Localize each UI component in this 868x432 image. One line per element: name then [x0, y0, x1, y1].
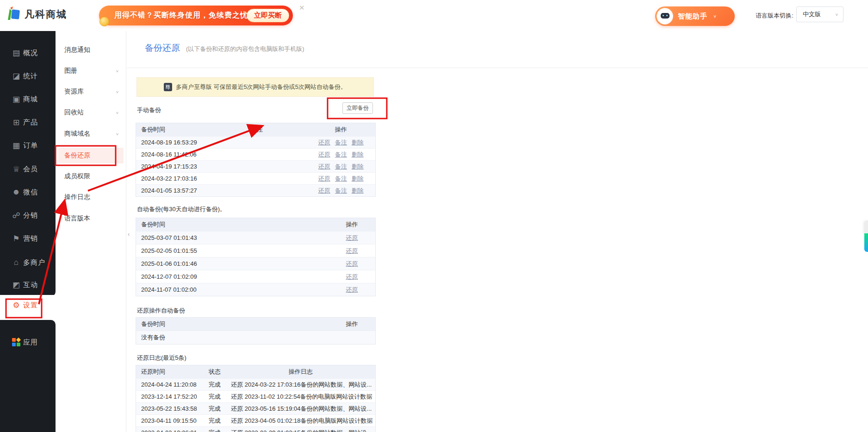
- language-select[interactable]: 中文版 ∨: [796, 6, 843, 22]
- backup-time-cell: 2025-02-05 01:01:55: [136, 244, 329, 257]
- buyout-now-button[interactable]: 立即买断: [247, 9, 289, 22]
- actions-cell: 还原备注删除: [307, 149, 375, 160]
- submenu-item-logs[interactable]: 操作日志: [58, 189, 124, 205]
- submenu-item-language[interactable]: 语言版本: [58, 211, 124, 226]
- submenu-item-resources[interactable]: 资源库∨: [58, 84, 124, 100]
- sidebar-item-settings[interactable]: ⚙设置: [0, 295, 56, 315]
- action-link[interactable]: 还原: [346, 273, 358, 281]
- column-header: 备份时间: [136, 318, 329, 331]
- submenu-item-albums[interactable]: 图册∨: [58, 63, 124, 79]
- action-link[interactable]: 还原: [346, 286, 358, 294]
- log-cell: 还原 2023-05-16 15:19:04备份的网站数据、网站设...: [226, 403, 375, 414]
- backup-time-cell: 2024-08-19 16:53:29: [136, 137, 207, 148]
- close-icon[interactable]: ✕: [299, 4, 305, 12]
- column-header: 操作: [307, 123, 375, 136]
- action-link[interactable]: 还原: [318, 138, 330, 147]
- actions-cell: 还原备注删除: [307, 161, 375, 172]
- collapse-icon[interactable]: ‹: [128, 231, 130, 238]
- submenu-item-label: 商城域名: [64, 130, 90, 138]
- sidebar-item-label: 应用: [23, 338, 38, 347]
- status-cell: 完成: [203, 379, 226, 390]
- table-row: 2023-04-03 10:06:01完成还原 2023-03-29 01:02…: [136, 426, 375, 432]
- restore-op-backup-table: 备份时间操作没有备份: [136, 317, 376, 344]
- action-link[interactable]: 备注: [335, 175, 347, 183]
- table-row: 2024-04-19 17:15:23还原备注删除: [136, 160, 375, 172]
- column-header: 备份时间: [136, 123, 207, 136]
- action-link[interactable]: 还原: [318, 150, 330, 159]
- action-link[interactable]: 备注: [335, 150, 347, 159]
- member-icon: ♕: [9, 164, 23, 174]
- action-link[interactable]: 删除: [352, 187, 364, 195]
- sidebar-item-distribution[interactable]: ☍分销: [0, 207, 56, 223]
- sidebar-item-multimerchant[interactable]: ⌂多商户: [0, 255, 56, 270]
- action-link[interactable]: 删除: [352, 138, 364, 147]
- chevron-down-icon: ∨: [835, 13, 838, 17]
- log-cell: 还原 2023-03-29 01:02:15备份的网站数据、网站设...: [226, 427, 375, 432]
- page-subtitle: (以下备份和还原的内容包含电脑版和手机版): [186, 45, 304, 53]
- action-link[interactable]: 还原: [318, 175, 330, 183]
- feedback-side-widget[interactable]: [864, 233, 868, 252]
- sidebar-item-label: 产品: [23, 118, 38, 127]
- premium-badge-icon: 尊: [164, 83, 172, 91]
- submenu-item-notifications[interactable]: 消息通知: [58, 42, 124, 58]
- action-link[interactable]: 删除: [352, 150, 364, 159]
- sidebar-item-mall[interactable]: ▣商城: [0, 91, 56, 107]
- action-link[interactable]: 备注: [335, 187, 347, 195]
- log-cell: 还原 2024-03-22 17:03:16备份的网站数据、网站设...: [226, 379, 375, 390]
- actions-cell: 还原: [329, 270, 375, 283]
- sidebar-item-label: 多商户: [23, 258, 45, 267]
- sidebar-item-interaction[interactable]: ◩互动: [0, 277, 56, 293]
- chevron-down-icon: ∨: [116, 132, 119, 136]
- backup-time-cell: 2024-04-19 17:15:23: [136, 161, 207, 172]
- sidebar-item-order[interactable]: ▦订单: [0, 138, 56, 153]
- chevron-down-icon: ∨: [713, 14, 717, 19]
- empty-cell: 没有备份: [136, 331, 375, 344]
- chevron-down-icon: ∨: [116, 69, 119, 73]
- robot-avatar: [657, 8, 673, 25]
- sidebar-item-label: 微信: [23, 188, 38, 197]
- submenu-item-label: 操作日志: [64, 193, 90, 201]
- assistant-label: 智能助手: [678, 12, 707, 21]
- submenu-item-label: 语言版本: [64, 214, 90, 223]
- sidebar-item-apps[interactable]: 应用: [0, 334, 56, 350]
- backup-now-button[interactable]: 立即备份: [342, 102, 373, 114]
- note-cell: [207, 185, 306, 196]
- action-link[interactable]: 删除: [352, 163, 364, 171]
- chevron-down-icon: ∨: [116, 90, 119, 94]
- action-link[interactable]: 还原: [346, 260, 358, 268]
- action-link[interactable]: 还原: [318, 187, 330, 195]
- restore-log-header-row: 还原时间状态操作日志: [136, 365, 375, 378]
- promo-banner[interactable]: 用得不错？买断终身使用，免续费之忧！ 立即买断: [99, 6, 293, 25]
- sidebar-item-wechat[interactable]: ☻微信: [0, 184, 56, 200]
- action-link[interactable]: 备注: [335, 163, 347, 171]
- language-select-value: 中文版: [803, 10, 821, 19]
- submenu-item-label: 图册: [64, 67, 77, 75]
- sidebar-item-stats[interactable]: ◪统计: [0, 68, 56, 84]
- submenu-item-recycle[interactable]: 回收站∨: [58, 105, 124, 120]
- table-row: 2023-05-22 15:43:58完成还原 2023-05-16 15:19…: [136, 402, 375, 414]
- submenu-item-permissions[interactable]: 成员权限: [58, 169, 124, 184]
- auto-backup-label: 自动备份(每30天自动进行备份)。: [137, 205, 226, 213]
- submenu-item-domain[interactable]: 商城域名∨: [58, 126, 124, 142]
- app-root: 凡科商城 用得不错？买断终身使用，免续费之忧！ 立即买断 ✕ 智能助手 ∨ 语言…: [0, 0, 868, 432]
- sidebar-item-marketing[interactable]: ⚑营销: [0, 231, 56, 246]
- backup-time-cell: 2025-01-06 01:01:46: [136, 257, 329, 270]
- submenu-item-label: 资源库: [64, 88, 84, 96]
- smart-assistant-button[interactable]: 智能助手 ∨: [655, 6, 735, 26]
- submenu-item-backup[interactable]: 备份还原: [58, 148, 124, 163]
- action-link[interactable]: 还原: [346, 234, 358, 242]
- sidebar-item-label: 统计: [23, 72, 38, 81]
- logo-text: 凡科商城: [25, 8, 67, 21]
- restore-op-backup-header-row: 备份时间操作: [136, 318, 375, 331]
- action-link[interactable]: 备注: [335, 138, 347, 147]
- backup-time-cell: 2024-08-16 11:42:06: [136, 149, 207, 160]
- multimerchant-icon: ⌂: [9, 258, 23, 267]
- action-link[interactable]: 还原: [346, 247, 358, 255]
- plan-notice-banner: 尊 多商户至尊版 可保留最近5次网站手动备份或5次网站自动备份。: [136, 77, 374, 97]
- sidebar-item-member[interactable]: ♕会员: [0, 161, 56, 177]
- top-bar: 凡科商城 用得不错？买断终身使用，免续费之忧！ 立即买断 ✕ 智能助手 ∨ 语言…: [0, 0, 868, 31]
- action-link[interactable]: 删除: [352, 175, 364, 183]
- action-link[interactable]: 还原: [318, 163, 330, 171]
- sidebar-item-overview[interactable]: ▤概况: [0, 45, 56, 61]
- sidebar-item-product[interactable]: ⊞产品: [0, 114, 56, 130]
